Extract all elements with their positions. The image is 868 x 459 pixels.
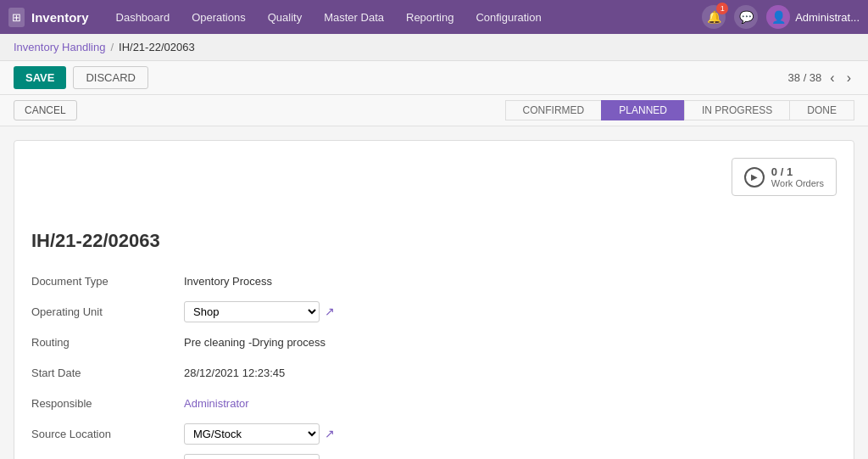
routing-row: Routing Pre cleaning -Drying process (31, 330, 837, 354)
action-bar-left: SAVE DISCARD (14, 66, 148, 89)
status-bar: CANCEL CONFIRMED PLANNED IN PROGRESS DON… (0, 95, 868, 126)
work-orders-label: Work Orders (771, 178, 824, 188)
responsible-row: Responsible Administrator (31, 391, 837, 415)
routing-value: Pre cleaning -Drying process (184, 336, 326, 349)
destination-location-field: MG/Stock ↗ (184, 454, 335, 460)
cancel-button[interactable]: CANCEL (14, 100, 77, 120)
source-location-select[interactable]: MG/Stock (184, 423, 320, 445)
apps-icon: ⊞ (8, 8, 25, 27)
responsible-value[interactable]: Administrator (184, 397, 249, 410)
topnav-right: 🔔 1 💬 👤 Administrat... (702, 5, 860, 29)
document-title: IH/21-22/02063 (31, 230, 837, 252)
source-location-field: MG/Stock ↗ (184, 423, 335, 445)
play-icon: ▶ (744, 167, 765, 188)
user-avatar: 👤 (766, 5, 790, 29)
responsible-label: Responsible (31, 397, 184, 410)
topnav-logo[interactable]: ⊞ Inventory (8, 8, 89, 27)
start-date-row: Start Date 28/12/2021 12:23:45 (31, 361, 837, 384)
main-content: ▶ 0 / 1 Work Orders IH/21-22/02063 Docum… (0, 126, 868, 459)
status-in-progress[interactable]: IN PROGRESS (684, 100, 790, 120)
nav-master-data[interactable]: Master Data (314, 6, 394, 29)
nav-operations[interactable]: Operations (181, 6, 256, 29)
chat-button[interactable]: 💬 (734, 5, 758, 29)
breadcrumb: Inventory Handling / IH/21-22/02063 (0, 34, 868, 61)
action-bar: SAVE DISCARD 38 / 38 ‹ › (0, 61, 868, 95)
action-bar-right: 38 / 38 ‹ › (788, 69, 854, 87)
nav-dashboard[interactable]: Dashboard (106, 6, 181, 29)
operating-unit-label: Operating Unit (31, 305, 184, 318)
document-type-value: Inventory Process (184, 275, 272, 288)
breadcrumb-parent[interactable]: Inventory Handling (14, 41, 105, 53)
discard-button[interactable]: DISCARD (73, 66, 148, 89)
breadcrumb-separator: / (110, 41, 114, 53)
status-done[interactable]: DONE (789, 100, 854, 120)
nav-quality[interactable]: Quality (258, 6, 312, 29)
status-steps: CONFIRMED PLANNED IN PROGRESS DONE (506, 100, 854, 120)
operating-unit-row: Operating Unit Shop ↗ (31, 299, 837, 323)
notification-badge: 1 (716, 3, 728, 14)
work-orders-box[interactable]: ▶ 0 / 1 Work Orders (732, 158, 837, 196)
start-date-value: 28/12/2021 12:23:45 (184, 367, 285, 379)
notification-button[interactable]: 🔔 1 (702, 5, 726, 29)
nav-reporting[interactable]: Reporting (396, 6, 464, 29)
start-date-label: Start Date (31, 367, 184, 379)
document-type-row: Document Type Inventory Process (31, 269, 837, 293)
routing-label: Routing (31, 336, 184, 349)
brand-label: Inventory (31, 10, 89, 25)
source-location-label: Source Location (31, 428, 184, 440)
work-orders-count: 0 / 1 (771, 165, 824, 178)
user-menu[interactable]: 👤 Administrat... (766, 5, 860, 29)
prev-record-button[interactable]: ‹ (826, 69, 837, 87)
topnav: ⊞ Inventory Dashboard Operations Quality… (0, 0, 868, 34)
form-section: Document Type Inventory Process Operatin… (31, 269, 837, 459)
breadcrumb-current: IH/21-22/02063 (119, 41, 195, 53)
nav-configuration[interactable]: Configuration (465, 6, 551, 29)
record-nav-label: 38 / 38 (788, 71, 822, 84)
work-orders-info: 0 / 1 Work Orders (771, 165, 824, 188)
operating-unit-select[interactable]: Shop (184, 301, 320, 322)
document-type-label: Document Type (31, 275, 184, 288)
destination-location-row: Destination Location MG/Stock ↗ (31, 452, 837, 459)
operating-unit-ext-link[interactable]: ↗ (325, 305, 335, 318)
source-location-ext-link[interactable]: ↗ (325, 427, 335, 440)
destination-location-select[interactable]: MG/Stock (184, 454, 320, 460)
form-card: ▶ 0 / 1 Work Orders IH/21-22/02063 Docum… (14, 140, 854, 459)
next-record-button[interactable]: › (843, 69, 854, 87)
save-button[interactable]: SAVE (14, 66, 66, 89)
operating-unit-field: Shop ↗ (184, 301, 335, 322)
status-planned[interactable]: PLANNED (601, 100, 685, 120)
topnav-links: Dashboard Operations Quality Master Data… (106, 6, 703, 29)
status-confirmed[interactable]: CONFIRMED (505, 100, 603, 120)
user-label: Administrat... (795, 11, 860, 24)
source-location-row: Source Location MG/Stock ↗ (31, 422, 837, 445)
